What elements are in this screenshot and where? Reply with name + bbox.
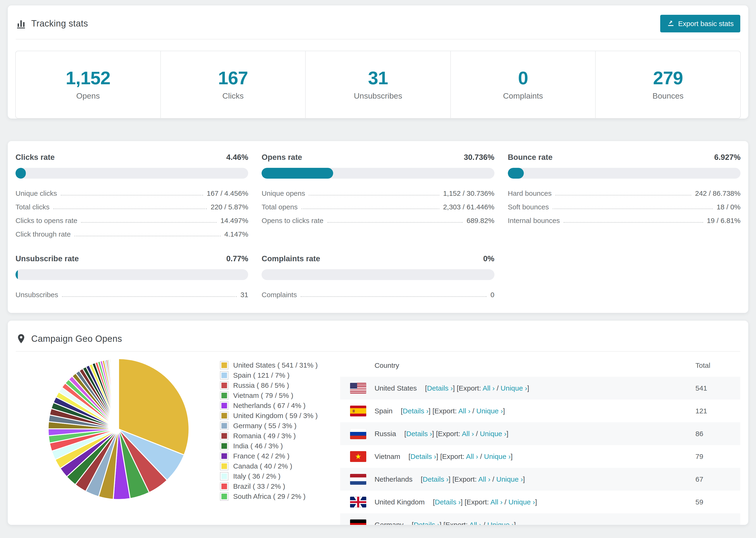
legend-item[interactable]: Spain ( 121 / 7% ) (220, 370, 318, 380)
export-all-link[interactable]: All › (469, 521, 482, 525)
rate-row: Opens to clicks rate 689.82% (261, 212, 494, 226)
export-prefix: ] [Export: (440, 521, 469, 525)
details-link[interactable]: Details › (406, 430, 432, 438)
rate-row-value: 689.82% (466, 217, 494, 226)
legend-item[interactable]: Netherlands ( 67 / 4% ) (220, 401, 318, 410)
export-all-link[interactable]: All › (462, 430, 474, 438)
rate-row-label: Clicks to opens rate (16, 217, 77, 226)
rate-row: Complaints 0 (261, 286, 494, 300)
progress-bar-fill (261, 168, 333, 179)
legend-swatch (220, 361, 229, 369)
export-unique-link[interactable]: Unique › (501, 384, 527, 392)
stat-label: Bounces (652, 91, 683, 100)
export-basic-stats-button[interactable]: Export basic stats (660, 15, 740, 32)
country-links: [Details ›] [Export: All › / Unique ›] (421, 475, 525, 483)
legend-item[interactable]: Canada ( 40 / 2% ) (220, 461, 318, 471)
progress-bar-fill (16, 269, 18, 280)
rate-row-label: Unique clicks (16, 190, 57, 198)
legend-item[interactable]: Italy ( 36 / 2% ) (220, 471, 318, 481)
export-prefix: ] [Export: (449, 475, 478, 483)
stats-summary-box: 1,152 Opens 167 Clicks 31 Unsubscribes 0… (15, 51, 741, 119)
legend-item[interactable]: United States ( 541 / 31% ) (220, 360, 318, 370)
column-header-total: Total (695, 354, 740, 377)
table-row: Russia [Details ›] [Export: All › / Uniq… (340, 422, 740, 445)
legend-swatch (220, 452, 229, 460)
details-link[interactable]: Details › (435, 498, 460, 506)
separator: / (474, 430, 480, 438)
dotted-leader (309, 195, 439, 195)
rate-row: Internal bounces 19 / 6.81% (508, 212, 740, 226)
bracket-text: [ (433, 498, 435, 506)
legend-label: Brazil ( 33 / 2% ) (233, 482, 285, 490)
export-all-link[interactable]: All › (490, 498, 503, 506)
legend-item[interactable]: India ( 46 / 3% ) (220, 441, 318, 451)
pie-slice[interactable] (118, 359, 119, 429)
rate-row-label: Click through rate (16, 231, 71, 239)
country-name: United Kingdom (374, 498, 424, 506)
dotted-leader (53, 208, 207, 209)
export-all-link[interactable]: All › (482, 384, 495, 392)
legend-item[interactable]: France ( 42 / 2% ) (220, 451, 318, 461)
legend-swatch (220, 472, 229, 480)
details-link[interactable]: Details › (403, 407, 428, 415)
rate-row-value: 31 (241, 291, 248, 300)
export-prefix: ] [Export: (432, 430, 462, 438)
legend-swatch (220, 462, 229, 470)
legend-swatch (220, 422, 229, 430)
legend-item[interactable]: Vietnam ( 79 / 5% ) (220, 390, 318, 401)
column-header-country: Country (340, 354, 695, 377)
details-link[interactable]: Details › (427, 384, 453, 392)
export-all-link[interactable]: All › (466, 453, 478, 460)
export-all-link[interactable]: All › (458, 407, 470, 415)
export-unique-link[interactable]: Unique › (496, 475, 523, 483)
bracket-text: ] (507, 430, 508, 438)
country-name: Germany (374, 521, 404, 525)
export-icon (667, 19, 675, 28)
legend-swatch (220, 411, 229, 420)
rate-row-value: 4.147% (225, 231, 248, 239)
legend-item[interactable]: South Africa ( 29 / 2% ) (220, 491, 318, 501)
rates-grid: Clicks rate 4.46% Unique clicks 167 / 4.… (16, 153, 740, 300)
legend-label: Netherlands ( 67 / 4% ) (233, 402, 305, 409)
details-link[interactable]: Details › (423, 475, 449, 483)
rate-panel: Opens rate 30.736% Unique opens 1,152 / … (261, 153, 494, 239)
progress-bar-track (261, 269, 494, 280)
export-unique-link[interactable]: Unique › (508, 498, 535, 506)
country-name: Netherlands (374, 475, 412, 483)
dotted-leader (61, 195, 203, 195)
bracket-text: [ (425, 384, 427, 392)
rates-card: Clicks rate 4.46% Unique clicks 167 / 4.… (8, 141, 748, 313)
country-name: Russia (374, 430, 396, 438)
legend-item[interactable]: Romania ( 49 / 3% ) (220, 431, 318, 441)
dotted-leader (75, 236, 220, 237)
rate-rows: Unique opens 1,152 / 30.736% Total opens… (261, 185, 494, 226)
legend-item[interactable]: Germany ( 55 / 3% ) (220, 421, 318, 431)
export-unique-link[interactable]: Unique › (487, 521, 514, 525)
details-link[interactable]: Details › (410, 453, 436, 460)
export-unique-link[interactable]: Unique › (484, 453, 511, 460)
stat-value: 0 (518, 69, 528, 87)
export-unique-link[interactable]: Unique › (476, 407, 503, 415)
legend-item[interactable]: United Kingdom ( 59 / 3% ) (220, 410, 318, 421)
rate-head: Clicks rate 4.46% (16, 153, 248, 162)
export-all-link[interactable]: All › (478, 475, 490, 483)
details-link[interactable]: Details › (414, 521, 440, 525)
rate-row-label: Unique opens (261, 190, 305, 198)
dotted-leader (555, 195, 691, 195)
stat-label: Clicks (222, 91, 244, 100)
stat-value: 31 (368, 69, 388, 87)
rate-row-label: Soft bounces (508, 203, 549, 212)
bracket-text: ] (535, 498, 537, 506)
rate-panel: Bounce rate 6.927% Hard bounces 242 / 86… (508, 153, 740, 239)
export-unique-link[interactable]: Unique › (480, 430, 507, 438)
rate-row-label: Complaints (261, 291, 297, 300)
legend-swatch (220, 432, 229, 440)
legend-item[interactable]: Russia ( 86 / 5% ) (220, 380, 318, 390)
country-name: Vietnam (374, 453, 400, 460)
table-row: Spain [Details ›] [Export: All › / Uniqu… (340, 400, 740, 422)
campaign-geo-opens-card: Campaign Geo Opens United States ( 541 /… (8, 321, 748, 525)
legend-item[interactable]: Brazil ( 33 / 2% ) (220, 481, 318, 491)
rate-row: Unique clicks 167 / 4.456% (16, 185, 248, 198)
country-links: [Details ›] [Export: All › / Unique ›] (401, 407, 505, 415)
rate-row-value: 14.497% (220, 217, 248, 226)
